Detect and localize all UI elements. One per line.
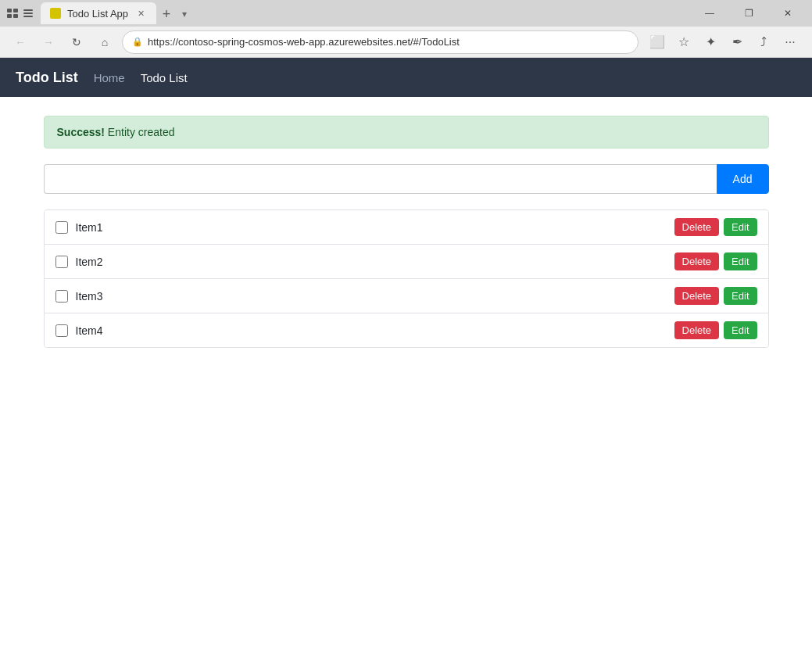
active-tab[interactable]: Todo List App ✕ [41,2,156,24]
collections-icon[interactable]: ✦ [698,30,723,55]
tab-title-text: Todo List App [67,8,128,20]
close-button[interactable]: ✕ [770,2,806,25]
toolbar-icons: ⬜ ☆ ✦ ✒ ⤴ ··· [645,30,803,55]
share-icon[interactable]: ⤴ [751,30,776,55]
edit-button-3[interactable]: Edit [724,287,757,305]
tab-close-button[interactable]: ✕ [134,7,147,20]
todo-item: Item2 Delete Edit [45,245,768,279]
restore-button[interactable]: ❐ [731,2,767,25]
tab-bar: Todo List App ✕ + ▾ [41,2,685,24]
browser-chrome: Todo List App ✕ + ▾ — ❐ ✕ ← → ↻ ⌂ 🔒 http… [0,0,812,666]
todo-checkbox-1[interactable] [55,221,68,234]
add-button[interactable]: Add [717,164,769,194]
browser-tabs-icon[interactable] [6,7,19,20]
url-bar[interactable]: 🔒 https://contoso-spring-cosmos-web-app.… [122,30,639,54]
todo-item: Item3 Delete Edit [45,279,768,313]
tab-favicon [50,8,61,19]
delete-button-4[interactable]: Delete [674,321,720,339]
back-button[interactable]: ← [9,31,31,53]
new-todo-input[interactable] [44,164,717,194]
success-alert: Success! Entity created [44,116,769,149]
nav-home-link[interactable]: Home [94,71,125,84]
edit-button-1[interactable]: Edit [724,218,757,236]
svg-rect-1 [13,9,18,13]
refresh-button[interactable]: ↻ [66,31,88,53]
todo-label-3: Item3 [76,290,674,303]
todo-item: Item4 Delete Edit [45,313,768,347]
todo-actions-1: Delete Edit [674,218,757,236]
todo-checkbox-3[interactable] [55,290,68,303]
favorites-icon[interactable]: ☆ [671,30,696,55]
main-content: Success! Entity created Add Item1 Delete… [31,97,782,367]
url-text: https://contoso-spring-cosmos-web-app.az… [148,36,628,48]
todo-actions-2: Delete Edit [674,252,757,270]
tab-dropdown-button[interactable]: ▾ [177,4,192,24]
lock-icon: 🔒 [132,37,143,47]
todo-checkbox-4[interactable] [55,324,68,337]
alert-text: Entity created [105,126,175,138]
delete-button-1[interactable]: Delete [674,218,720,236]
window-controls: — ❐ ✕ [692,2,806,25]
svg-rect-5 [23,13,33,14]
todo-actions-4: Delete Edit [674,321,757,339]
nav-todolist-link[interactable]: Todo List [141,71,188,84]
address-bar: ← → ↻ ⌂ 🔒 https://contoso-spring-cosmos-… [0,27,812,58]
settings-icon[interactable]: ··· [778,30,803,55]
delete-button-3[interactable]: Delete [674,287,720,305]
new-tab-button[interactable]: + [156,4,177,24]
svg-rect-3 [13,14,18,18]
edit-button-4[interactable]: Edit [724,321,757,339]
notes-icon[interactable]: ✒ [724,30,749,55]
todo-label-4: Item4 [76,324,674,337]
edit-button-2[interactable]: Edit [724,252,757,270]
title-bar: Todo List App ✕ + ▾ — ❐ ✕ [0,0,812,27]
app-navbar: Todo List Home Todo List [0,58,812,97]
app-brand: Todo List [16,70,78,86]
page-area: Todo List Home Todo List Success! Entity… [0,58,812,666]
svg-rect-6 [23,16,33,17]
svg-rect-0 [7,9,12,13]
delete-button-2[interactable]: Delete [674,252,720,270]
svg-rect-4 [23,9,33,11]
todo-label-2: Item2 [76,256,674,268]
alert-bold: Success! [57,126,105,138]
add-form: Add [44,164,769,194]
todo-list: Item1 Delete Edit Item2 Delete Edit Item… [44,209,769,348]
todo-checkbox-2[interactable] [55,256,68,268]
minimize-button[interactable]: — [692,2,728,25]
svg-rect-2 [7,14,12,18]
tablet-mode-icon[interactable]: ⬜ [645,30,670,55]
forward-button[interactable]: → [38,31,59,53]
browser-menu-icon[interactable] [22,7,34,20]
browser-controls-left [6,7,34,20]
todo-item: Item1 Delete Edit [45,210,768,245]
todo-actions-3: Delete Edit [674,287,757,305]
todo-label-1: Item1 [76,221,674,234]
home-button[interactable]: ⌂ [94,31,116,53]
